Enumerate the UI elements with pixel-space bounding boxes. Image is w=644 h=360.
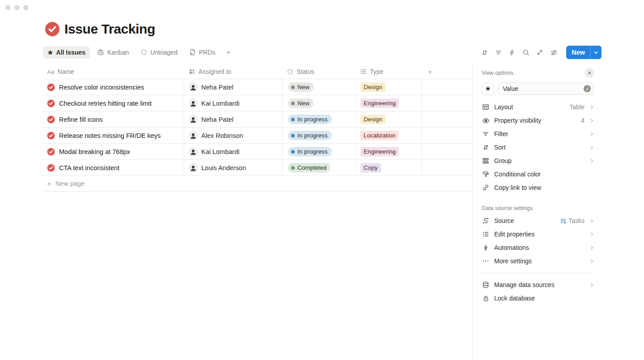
document-icon bbox=[189, 49, 196, 56]
view-name-input[interactable] bbox=[503, 85, 584, 92]
cell-empty[interactable] bbox=[422, 128, 472, 143]
menu-item-lock-database[interactable]: Lock database bbox=[482, 291, 594, 305]
cell-type[interactable]: Engineering bbox=[356, 95, 422, 111]
menu-label: Copy link to view bbox=[494, 184, 594, 191]
tab-label: Kanban bbox=[107, 49, 129, 56]
menu-label: Property visibility bbox=[494, 117, 576, 124]
menu-item-copy-link[interactable]: Copy link to view bbox=[482, 181, 594, 194]
cell-status[interactable]: Completed bbox=[283, 160, 356, 176]
cell-assigned-to[interactable]: Louis Anderson bbox=[184, 160, 283, 176]
cell-name[interactable]: CTA text inconsistent bbox=[43, 160, 184, 176]
column-header-status[interactable]: Status bbox=[283, 64, 356, 79]
dashed-circle-icon bbox=[140, 49, 147, 56]
page-check-circle-icon[interactable] bbox=[45, 21, 60, 37]
expand-icon[interactable] bbox=[536, 48, 544, 56]
cell-empty[interactable] bbox=[422, 144, 472, 159]
issues-table: Aa Name Assigned to Status Type + bbox=[43, 64, 472, 192]
menu-item-source[interactable]: Source Tasks bbox=[482, 214, 594, 227]
column-header-assigned-to[interactable]: Assigned to bbox=[184, 64, 283, 79]
cell-empty[interactable] bbox=[422, 160, 472, 176]
new-button[interactable]: New bbox=[566, 49, 590, 56]
filter-icon[interactable] bbox=[494, 48, 502, 56]
text-property-icon: Aa bbox=[47, 69, 55, 75]
cell-empty[interactable] bbox=[422, 111, 472, 127]
cell-name[interactable]: Modal breaking at 768px bbox=[43, 144, 184, 159]
menu-item-manage-data-sources[interactable]: Manage data sources bbox=[482, 278, 594, 291]
favorite-star-button[interactable]: ★ bbox=[482, 82, 494, 95]
type-label: Engineering bbox=[364, 100, 396, 107]
tab-prds[interactable]: PRDs bbox=[185, 46, 220, 59]
new-dropdown-button[interactable] bbox=[590, 46, 602, 59]
check-circle-icon bbox=[47, 99, 55, 107]
tab-all-issues[interactable]: ★ All Issues bbox=[43, 46, 90, 59]
page-header: Issue Tracking bbox=[45, 21, 155, 37]
type-label: Design bbox=[364, 84, 382, 90]
add-column-button[interactable]: + bbox=[422, 64, 472, 79]
cell-empty[interactable] bbox=[422, 79, 472, 95]
cell-name[interactable]: Refine fill icons bbox=[43, 111, 184, 127]
menu-item-automations[interactable]: Automations bbox=[482, 241, 594, 254]
window-zoom-dot[interactable] bbox=[23, 5, 29, 10]
menu-item-sort[interactable]: Sort bbox=[482, 141, 594, 154]
menu-item-more-settings[interactable]: More settings bbox=[482, 254, 594, 268]
assignee-name: Louis Anderson bbox=[201, 164, 246, 171]
status-badge: In progress bbox=[288, 147, 332, 156]
cell-type[interactable]: Copy bbox=[356, 160, 422, 176]
cell-name[interactable]: Release notes missing FR/DE keys bbox=[43, 128, 184, 143]
cell-name[interactable]: Checkout retries hitting rate limit bbox=[43, 95, 184, 111]
cell-type[interactable]: Localization bbox=[356, 128, 422, 143]
kanban-board-icon bbox=[97, 49, 104, 56]
new-page-row[interactable]: + New page bbox=[43, 176, 472, 192]
search-icon[interactable] bbox=[522, 48, 530, 56]
menu-item-group[interactable]: Group bbox=[482, 154, 594, 167]
type-badge: Engineering bbox=[360, 99, 399, 108]
cell-assigned-to[interactable]: Neha Patel bbox=[184, 111, 283, 127]
section-label-data-source: Data source settings bbox=[482, 205, 594, 211]
column-header-name[interactable]: Aa Name bbox=[43, 64, 184, 79]
status-badge: In progress bbox=[288, 131, 332, 140]
menu-item-property-visibility[interactable]: Property visibility 4 bbox=[482, 114, 594, 127]
cell-status[interactable]: New bbox=[283, 79, 356, 95]
view-name-field[interactable]: i bbox=[498, 82, 594, 95]
menu-item-filter[interactable]: Filter bbox=[482, 127, 594, 141]
column-header-type[interactable]: Type bbox=[356, 64, 422, 79]
menu-item-edit-properties[interactable]: Edit properties bbox=[482, 227, 594, 241]
cell-status[interactable]: In progress bbox=[283, 111, 356, 127]
automations-bolt-icon[interactable] bbox=[508, 48, 516, 56]
cell-assigned-to[interactable]: Kai Lombardi bbox=[184, 95, 283, 111]
close-icon[interactable]: ✕ bbox=[585, 68, 594, 78]
status-spinner-icon bbox=[287, 69, 293, 75]
source-route-icon bbox=[482, 217, 490, 224]
cell-type[interactable]: Engineering bbox=[356, 144, 422, 159]
menu-item-layout[interactable]: Layout Table bbox=[482, 100, 594, 114]
assignee-name: Neha Patel bbox=[201, 116, 233, 123]
window-minimize-dot[interactable] bbox=[14, 5, 20, 10]
sort-arrows-icon[interactable] bbox=[480, 48, 488, 56]
cell-assigned-to[interactable]: Alex Robinson bbox=[184, 128, 283, 143]
check-circle-icon bbox=[47, 116, 55, 124]
column-label: Name bbox=[58, 68, 74, 75]
status-label: Completed bbox=[297, 164, 326, 171]
cell-type[interactable]: Design bbox=[356, 111, 422, 127]
menu-item-conditional-color[interactable]: Conditional color bbox=[482, 167, 594, 181]
tab-label: All Issues bbox=[56, 49, 85, 56]
cell-type[interactable]: Design bbox=[356, 79, 422, 95]
status-label: In progress bbox=[297, 116, 328, 123]
cell-empty[interactable] bbox=[422, 95, 472, 111]
cell-assigned-to[interactable]: Kai Lombardi bbox=[184, 144, 283, 159]
tab-kanban[interactable]: Kanban bbox=[93, 46, 133, 59]
menu-label: Layout bbox=[494, 103, 565, 111]
cell-name[interactable]: Resolve color inconsistencies bbox=[43, 79, 184, 95]
check-circle-icon bbox=[47, 83, 55, 91]
cell-status[interactable]: New bbox=[283, 95, 356, 111]
tasks-database-icon bbox=[560, 218, 566, 224]
tab-untriaged[interactable]: Untriaged bbox=[136, 46, 182, 59]
settings-sliders-icon[interactable] bbox=[550, 48, 558, 56]
cell-assigned-to[interactable]: Neha Patel bbox=[184, 79, 283, 95]
cell-status[interactable]: In progress bbox=[283, 128, 356, 143]
cell-status[interactable]: In progress bbox=[283, 144, 356, 159]
avatar bbox=[189, 99, 198, 108]
menu-label: Conditional color bbox=[494, 171, 594, 178]
window-close-dot[interactable] bbox=[5, 5, 11, 10]
add-view-button[interactable]: + bbox=[222, 47, 234, 58]
